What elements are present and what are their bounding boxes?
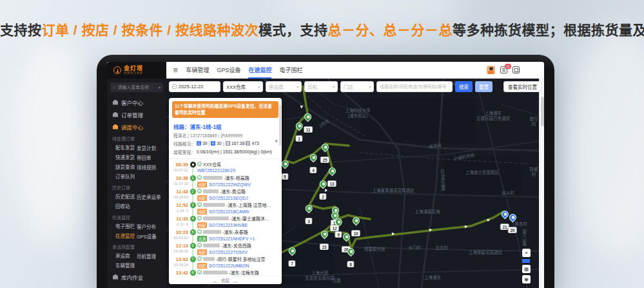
sidebar-link[interactable]: GPS设备 [135, 233, 164, 242]
realtime-position-button[interactable]: 查看实时位置 [503, 81, 542, 92]
stop-marker[interactable]: 25 [320, 153, 329, 164]
sidebar-groups: 待处理订单配车发货发货计划快递发货带回单缺货查询排线规则订单队列历史订单历史配送… [107, 133, 166, 271]
stop-title: -闵行-联星村 多地址注意 [216, 256, 266, 262]
store-select[interactable]: 门店 ▾ [340, 81, 374, 92]
check-icon: ✓ [197, 175, 202, 180]
map-layers-button[interactable]: ≡ [522, 249, 531, 257]
sidebar-link[interactable]: 车辆管理 [107, 261, 135, 271]
stop-marker[interactable]: 11 [304, 122, 313, 134]
stop-marker[interactable]: 23 [320, 240, 329, 251]
order-number-link[interactable]: SO72512227G5XV [209, 250, 248, 254]
search-button[interactable]: 搜索 [455, 81, 473, 92]
date-value: 2025-12-22 [179, 84, 203, 90]
menu-collapse-icon[interactable]: ≣ [173, 66, 178, 73]
sidebar-link[interactable]: 缺货查询 [107, 162, 135, 172]
delivery-type-tag: 纯配 [197, 263, 207, 269]
sidebar-link[interactable]: 配车发货 [107, 143, 135, 153]
map-locate-button[interactable]: ◉ [522, 275, 531, 283]
store-count-icon: 店 [197, 141, 201, 146]
sidebar-item[interactable]: 订单管理 [107, 108, 166, 120]
sidebar-item-warehouse-ops[interactable]: 库内作业 [107, 271, 166, 283]
stop-marker[interactable]: 3 [306, 214, 313, 226]
calendar-icon [172, 84, 177, 89]
tab-geofence[interactable]: 电子围栏 [279, 62, 302, 79]
sidebar-link[interactable]: 快递发货 [107, 153, 135, 162]
message-icon[interactable]: 11 [500, 66, 507, 73]
chevron-down-icon: ▾ [258, 84, 260, 89]
redacted-name [203, 271, 228, 274]
dispatch-icon [113, 124, 118, 130]
sidebar-link[interactable]: 回收站 [107, 202, 135, 211]
order-number-link[interactable]: SO7251221BCAW9 [209, 209, 249, 214]
traffic-layer-tag[interactable] [522, 259, 530, 263]
driver-select[interactable]: 司机 ▾ [304, 81, 338, 92]
stop-marker[interactable]: 10 [351, 226, 360, 238]
order-number-link[interactable]: SO72512219HVBE [209, 223, 248, 227]
timeline-row[interactable]: 10:3601:07:301✓-浦东-杨高路纯配SO7251222WZQWV [169, 175, 282, 188]
vehicle-marker[interactable]: 20 [508, 223, 517, 235]
sidebar-search[interactable]: ○ ▾ [110, 82, 163, 92]
date-picker[interactable]: 2025-12-22 [169, 81, 220, 92]
warehouse-select[interactable]: XXX仓库 ▾ [223, 81, 263, 92]
order-number-link[interactable]: SO7251221NHDFV +1 [209, 236, 255, 241]
check-icon: ✓ [197, 243, 202, 247]
tab-gps-device[interactable]: GPS设备 [217, 62, 240, 79]
order-number-link[interactable]: SO7251222WZQWV [209, 182, 251, 187]
tab-vehicle-management[interactable]: 车辆管理 [186, 62, 209, 79]
headline-segment: 支持按 [0, 23, 42, 37]
sidebar-link[interactable]: 带回单 [135, 154, 164, 163]
sidebar-link[interactable]: 排线规则 [135, 164, 164, 173]
stop-marker[interactable]: 8 [347, 257, 355, 269]
timeline-row[interactable]: 11:4303:08:502✓-浦东-秀沿路纯配SO7251221SEQDJ [169, 188, 282, 202]
sidebar-link[interactable]: 订单队列 [107, 172, 135, 182]
collapse-list-button[interactable]: ︿ 收起 ︿ [169, 276, 282, 284]
keyword-search-input[interactable] [380, 84, 449, 89]
keyword-search-field[interactable] [376, 81, 453, 92]
sidebar-link[interactable]: 电子围栏 [107, 222, 135, 231]
tab-in-transit-monitor[interactable]: 在途监控 [248, 62, 271, 79]
sidebar-link[interactable]: 发货计划 [135, 144, 164, 153]
reset-button[interactable]: 重置 [475, 81, 493, 92]
stop-marker[interactable]: 2 [320, 189, 327, 201]
sidebar-link[interactable]: 历史配送单 [107, 192, 135, 202]
user-avatar[interactable] [487, 66, 495, 74]
panel-scrollbar[interactable] [279, 104, 281, 146]
sidebar-item[interactable]: 调度中心 [107, 120, 166, 133]
scrollbar-thumb[interactable] [541, 97, 544, 126]
stop-marker[interactable]: 9 [335, 227, 342, 239]
stop-marker[interactable]: 7 [289, 256, 296, 268]
stop-marker[interactable]: 13 [327, 177, 337, 188]
stop-marker[interactable]: 5 [282, 169, 289, 181]
window-scrollbar[interactable] [539, 79, 544, 288]
timeline-row[interactable]: 10:2301:50:525✓-浦东-永泰路直通SO7251221NHDFV +… [169, 229, 282, 242]
map-controls: ≡ ▦ ◉ [522, 249, 536, 285]
timeline-row[interactable]: 12:1303:49:306✓-浦东-关岳西路纯配SO72512227G5XV [169, 242, 282, 256]
sidebar-link[interactable]: 承运商 [107, 251, 135, 261]
sidebar-link[interactable]: 客户分布 [135, 223, 164, 232]
sidebar-link[interactable]: 在途监控 [107, 231, 135, 241]
order-number-link[interactable]: SO7251222UM6GN [209, 264, 249, 268]
timeline-row[interactable]: 11:52-1:28:-33✓-浦东-上南路 注意地…纯配SO7251221BC… [169, 202, 282, 215]
check-icon: ✓ [197, 162, 202, 166]
timeline-node: 3 [188, 202, 197, 215]
map-grid-button[interactable]: ▦ [522, 265, 531, 273]
fullscreen-icon[interactable] [512, 66, 520, 73]
stop-marker[interactable]: 1 [296, 131, 303, 143]
check-icon: ✓ [197, 216, 202, 220]
timeline-row[interactable]: 11:33-2:11:-04✓-浦东-康士道路沐…纯配SO72512219HVB… [169, 215, 282, 229]
route-title[interactable]: 线路：浦东-1线-1组 [173, 122, 277, 130]
timeline-row[interactable]: 06:3901:57:21✓XXX仓库WB725122126K29 [169, 161, 282, 175]
timeline-row[interactable]: 13:0203:39:257✓-闵行-联星村 多地址注意纯配SO7251222U… [169, 256, 282, 269]
order-number-link[interactable]: WB725122126K29 [197, 168, 235, 173]
sidebar-item[interactable]: 客户中心 [107, 96, 166, 108]
carrier-select[interactable]: 承运商 ▾ [266, 81, 302, 92]
stop-marker[interactable]: 4 [310, 163, 317, 175]
timeline-node: 2 [188, 188, 197, 202]
sidebar-link[interactable]: 司机管理 [135, 253, 164, 262]
stop-number-dot: 1 [190, 175, 196, 181]
sidebar-link[interactable]: 历史承运单 [135, 193, 164, 202]
order-number-link[interactable]: SO7251221SEQDJ [209, 196, 248, 200]
sidebar-search-input[interactable] [117, 85, 155, 90]
chevron-up-icon: ︿ [233, 277, 238, 283]
collapse-route-icon[interactable]: ▾ [275, 138, 278, 144]
